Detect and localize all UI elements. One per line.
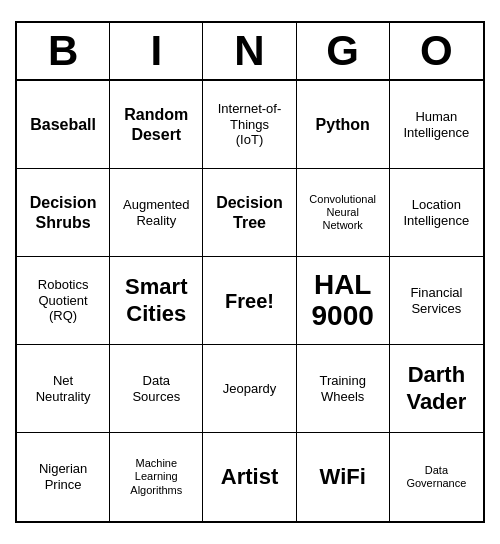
header-letter-i: I [110,23,203,79]
bingo-cell-12: Free! [203,257,296,345]
bingo-card: BINGO BaseballRandom DesertInternet-of-T… [15,21,485,523]
bingo-cell-23: WiFi [297,433,390,521]
cell-text-18: Training Wheels [319,373,365,404]
bingo-cell-5: Decision Shrubs [17,169,110,257]
cell-text-21: Machine Learning Algorithms [130,457,182,497]
cell-text-0: Baseball [30,115,96,134]
cell-text-9: Location Intelligence [404,197,470,228]
cell-text-23: WiFi [320,464,366,490]
bingo-cell-0: Baseball [17,81,110,169]
cell-text-20: Nigerian Prince [39,461,87,492]
bingo-cell-3: Python [297,81,390,169]
cell-text-17: Jeopardy [223,381,276,397]
cell-text-6: Augmented Reality [123,197,190,228]
cell-text-16: Data Sources [132,373,180,404]
bingo-cell-11: Smart Cities [110,257,203,345]
bingo-cell-10: Robotics Quotient (RQ) [17,257,110,345]
cell-text-3: Python [316,115,370,134]
bingo-cell-8: Convolutional Neural Network [297,169,390,257]
header-letter-g: G [297,23,390,79]
cell-text-19: Darth Vader [406,362,466,415]
bingo-cell-17: Jeopardy [203,345,296,433]
cell-text-12: Free! [225,289,274,313]
bingo-cell-15: Net Neutrality [17,345,110,433]
header-letter-o: O [390,23,483,79]
cell-text-2: Internet-of-Things (IoT) [207,101,291,148]
cell-text-15: Net Neutrality [36,373,91,404]
bingo-cell-9: Location Intelligence [390,169,483,257]
header-letter-n: N [203,23,296,79]
bingo-cell-24: Data Governance [390,433,483,521]
bingo-cell-21: Machine Learning Algorithms [110,433,203,521]
cell-text-10: Robotics Quotient (RQ) [38,277,89,324]
bingo-cell-13: HAL 9000 [297,257,390,345]
header-letter-b: B [17,23,110,79]
bingo-cell-18: Training Wheels [297,345,390,433]
bingo-header: BINGO [17,23,483,81]
bingo-cell-1: Random Desert [110,81,203,169]
cell-text-7: Decision Tree [216,193,283,231]
bingo-cell-16: Data Sources [110,345,203,433]
bingo-cell-2: Internet-of-Things (IoT) [203,81,296,169]
cell-text-1: Random Desert [124,105,188,143]
cell-text-22: Artist [221,464,278,490]
bingo-cell-19: Darth Vader [390,345,483,433]
bingo-cell-6: Augmented Reality [110,169,203,257]
cell-text-8: Convolutional Neural Network [309,193,376,233]
cell-text-11: Smart Cities [125,274,187,327]
bingo-cell-20: Nigerian Prince [17,433,110,521]
cell-text-13: HAL 9000 [312,270,374,332]
bingo-cell-4: Human Intelligence [390,81,483,169]
bingo-grid: BaseballRandom DesertInternet-of-Things … [17,81,483,521]
cell-text-24: Data Governance [406,464,466,490]
cell-text-14: Financial Services [410,285,462,316]
bingo-cell-22: Artist [203,433,296,521]
cell-text-5: Decision Shrubs [30,193,97,231]
bingo-cell-7: Decision Tree [203,169,296,257]
bingo-cell-14: Financial Services [390,257,483,345]
cell-text-4: Human Intelligence [404,109,470,140]
